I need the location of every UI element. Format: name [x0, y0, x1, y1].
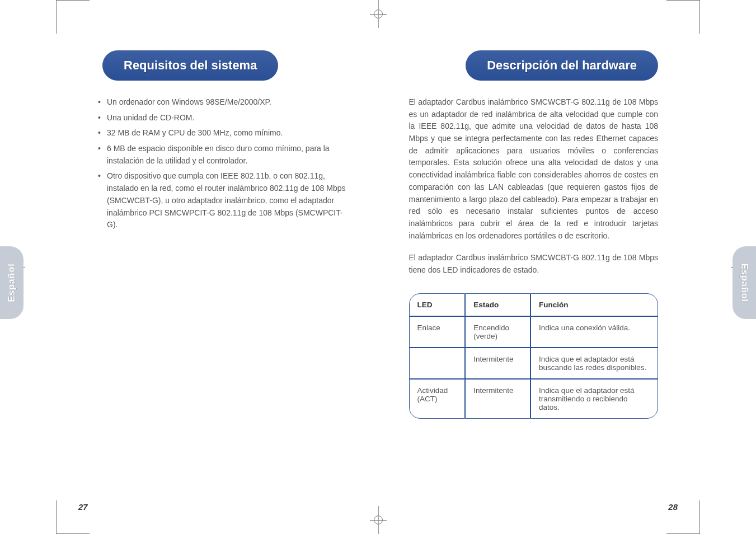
language-tab-left: Español: [0, 246, 24, 319]
table-row: Actividad (ACT) Intermitente Indica que …: [409, 379, 659, 419]
cell-estado: Encendido (verde): [465, 316, 530, 348]
language-tab-label: Español: [739, 263, 749, 302]
heading-requisitos: Requisitos del sistema: [102, 50, 278, 81]
list-item: 6 MB de espacio disponible en disco duro…: [98, 143, 348, 167]
cell-led: Enlace: [409, 316, 466, 348]
cell-funcion: Indica que el adaptador está transmitien…: [530, 379, 658, 419]
hardware-description-paragraph-1: El adaptador Cardbus inalámbrico SMCWCBT…: [409, 96, 659, 242]
cell-led: Actividad (ACT): [409, 379, 466, 419]
col-header-led: LED: [409, 293, 466, 316]
col-header-estado: Estado: [465, 293, 530, 316]
cell-estado: Intermitente: [465, 348, 530, 379]
cell-funcion: Indica que el adaptador está buscando la…: [530, 348, 658, 379]
cell-led: [409, 348, 466, 379]
system-requirements-list: Un ordenador con Windows 98SE/Me/2000/XP…: [98, 96, 348, 231]
language-tab-right: Español: [732, 246, 756, 319]
table-header-row: LED Estado Función: [409, 293, 659, 316]
page-left: Español Requisitos del sistema Un ordena…: [0, 0, 378, 534]
list-item: 32 MB de RAM y CPU de 300 MHz, como míni…: [98, 127, 348, 139]
list-item: Una unidad de CD-ROM.: [98, 112, 348, 124]
cell-funcion: Indica una conexión válida.: [530, 316, 658, 348]
col-header-funcion: Función: [530, 293, 658, 316]
page-number-right: 28: [668, 502, 678, 512]
table-row: Intermitente Indica que el adaptador est…: [409, 348, 659, 379]
page-right: Español Descripción del hardware El adap…: [378, 0, 757, 534]
led-status-table: LED Estado Función Enlace Encendido (ver…: [409, 293, 659, 419]
list-item: Un ordenador con Windows 98SE/Me/2000/XP…: [98, 96, 348, 109]
page-number-left: 27: [78, 502, 88, 512]
cell-estado: Intermitente: [465, 379, 530, 419]
list-item: Otro dispositivo que cumpla con IEEE 802…: [98, 170, 348, 231]
hardware-description-paragraph-2: El adaptador Cardbus inalámbrico SMCWCBT…: [409, 252, 659, 276]
heading-descripcion: Descripción del hardware: [466, 50, 658, 81]
table-row: Enlace Encendido (verde) Indica una cone…: [409, 316, 659, 348]
page-spread: Español Requisitos del sistema Un ordena…: [0, 0, 756, 534]
language-tab-label: Español: [7, 263, 17, 302]
